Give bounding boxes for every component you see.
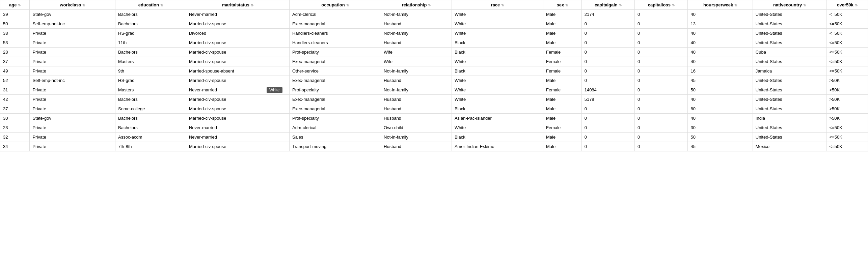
cell-capitalloss: 0 xyxy=(635,38,688,48)
cell-education: Bachelors xyxy=(115,114,186,123)
cell-education: 11th xyxy=(115,38,186,48)
cell-workclass: Private xyxy=(30,85,115,95)
column-label: over50k xyxy=(837,2,853,7)
sort-icon: ⇅ xyxy=(160,3,163,7)
cell-sex: Male xyxy=(543,19,582,29)
cell-workclass: Private xyxy=(30,38,115,48)
cell-occupation: Handlers-cleaners xyxy=(289,29,381,38)
cell-capitalgain: 0 xyxy=(581,19,634,29)
cell-nativecountry: United-States xyxy=(753,85,826,95)
cell-capitalgain: 0 xyxy=(581,48,634,57)
cell-age: 39 xyxy=(0,10,30,19)
cell-maritalstatus: Never-married xyxy=(186,123,289,133)
cell-hoursperweek: 50 xyxy=(688,85,753,95)
cell-relationship: Own-child xyxy=(381,123,452,133)
cell-race: White xyxy=(452,57,543,66)
sort-icon: ⇅ xyxy=(501,3,504,7)
cell-age: 32 xyxy=(0,133,30,142)
cell-over50k: <=50K xyxy=(826,133,868,142)
cell-hoursperweek: 16 xyxy=(688,66,753,76)
cell-hoursperweek: 40 xyxy=(688,10,753,19)
column-header-race[interactable]: race⇅ xyxy=(452,0,543,10)
cell-over50k: >50K xyxy=(826,114,868,123)
cell-hoursperweek: 40 xyxy=(688,48,753,57)
cell-over50k: <=50K xyxy=(826,48,868,57)
cell-maritalstatus: Married-civ-spouse xyxy=(186,95,289,104)
sort-icon: ⇅ xyxy=(18,3,21,7)
column-header-relationship[interactable]: relationship⇅ xyxy=(381,0,452,10)
cell-hoursperweek: 50 xyxy=(688,133,753,142)
cell-workclass: Private xyxy=(30,48,115,57)
sort-icon: ⇅ xyxy=(251,3,253,7)
cell-nativecountry: Jamaica xyxy=(753,66,826,76)
cell-workclass: Private xyxy=(30,123,115,133)
cell-nativecountry: United-States xyxy=(753,133,826,142)
cell-nativecountry: United-States xyxy=(753,104,826,114)
cell-nativecountry: United-States xyxy=(753,19,826,29)
table-row: 37PrivateMastersMarried-civ-spouseExec-m… xyxy=(0,57,868,66)
cell-sex: Male xyxy=(543,114,582,123)
cell-capitalloss: 0 xyxy=(635,57,688,66)
column-label: workclass xyxy=(60,2,81,7)
column-header-age[interactable]: age⇅ xyxy=(0,0,30,10)
cell-hoursperweek: 40 xyxy=(688,38,753,48)
cell-relationship: Not-in-family xyxy=(381,133,452,142)
column-header-occupation[interactable]: occupation⇅ xyxy=(289,0,381,10)
table-row: 52Self-emp-not-incHS-gradMarried-civ-spo… xyxy=(0,76,868,85)
cell-education: HS-grad xyxy=(115,29,186,38)
column-header-over50k[interactable]: over50k⇅ xyxy=(826,0,868,10)
cell-education: Bachelors xyxy=(115,95,186,104)
cell-capitalgain: 0 xyxy=(581,123,634,133)
cell-maritalstatus: Never-married xyxy=(186,85,289,95)
column-header-hoursperweek[interactable]: hoursperweek⇅ xyxy=(688,0,753,10)
cell-capitalgain: 2174 xyxy=(581,10,634,19)
cell-nativecountry: United-States xyxy=(753,29,826,38)
cell-occupation: Exec-managerial xyxy=(289,95,381,104)
column-header-workclass[interactable]: workclass⇅ xyxy=(30,0,115,10)
column-header-sex[interactable]: sex⇅ xyxy=(543,0,582,10)
cell-hoursperweek: 30 xyxy=(688,123,753,133)
cell-capitalloss: 0 xyxy=(635,142,688,151)
cell-over50k: <=50K xyxy=(826,19,868,29)
table-row: 34Private7th-8thMarried-civ-spouseTransp… xyxy=(0,142,868,151)
cell-capitalgain: 5178 xyxy=(581,95,634,104)
cell-over50k: <=50K xyxy=(826,123,868,133)
cell-relationship: Not-in-family xyxy=(381,66,452,76)
cell-capitalloss: 0 xyxy=(635,95,688,104)
cell-workclass: Private xyxy=(30,66,115,76)
cell-relationship: Husband xyxy=(381,95,452,104)
sort-icon: ⇅ xyxy=(346,3,349,7)
cell-capitalloss: 0 xyxy=(635,66,688,76)
cell-age: 34 xyxy=(0,142,30,151)
column-header-education[interactable]: education⇅ xyxy=(115,0,186,10)
sort-icon: ⇅ xyxy=(672,3,675,7)
cell-capitalgain: 0 xyxy=(581,38,634,48)
cell-maritalstatus: Married-civ-spouse xyxy=(186,48,289,57)
table-row: 32PrivateAssoc-acdmNever-marriedSalesNot… xyxy=(0,133,868,142)
column-header-nativecountry[interactable]: nativecountry⇅ xyxy=(753,0,826,10)
sort-icon: ⇅ xyxy=(619,3,622,7)
cell-over50k: >50K xyxy=(826,95,868,104)
cell-nativecountry: United-States xyxy=(753,123,826,133)
cell-relationship: Not-in-family xyxy=(381,85,452,95)
cell-education: Masters xyxy=(115,85,186,95)
cell-education: 9th xyxy=(115,66,186,76)
column-label: nativecountry xyxy=(773,2,802,7)
cell-race: White xyxy=(452,10,543,19)
cell-occupation: Adm-clerical xyxy=(289,10,381,19)
column-header-capitalloss[interactable]: capitalloss⇅ xyxy=(635,0,688,10)
cell-workclass: State-gov xyxy=(30,10,115,19)
cell-education: Some-college xyxy=(115,104,186,114)
cell-race: Amer-Indian-Eskimo xyxy=(452,142,543,151)
cell-education: Bachelors xyxy=(115,19,186,29)
cell-over50k: <=50K xyxy=(826,57,868,66)
cell-race: White xyxy=(452,95,543,104)
column-header-capitalgain[interactable]: capitalgain⇅ xyxy=(581,0,634,10)
cell-age: 23 xyxy=(0,123,30,133)
cell-capitalgain: 14084 xyxy=(581,85,634,95)
cell-relationship: Not-in-family xyxy=(381,29,452,38)
sort-icon: ⇅ xyxy=(565,3,568,7)
column-header-maritalstatus[interactable]: maritalstatus⇅ xyxy=(186,0,289,10)
cell-sex: Male xyxy=(543,133,582,142)
cell-occupation: Prof-specialty xyxy=(289,114,381,123)
